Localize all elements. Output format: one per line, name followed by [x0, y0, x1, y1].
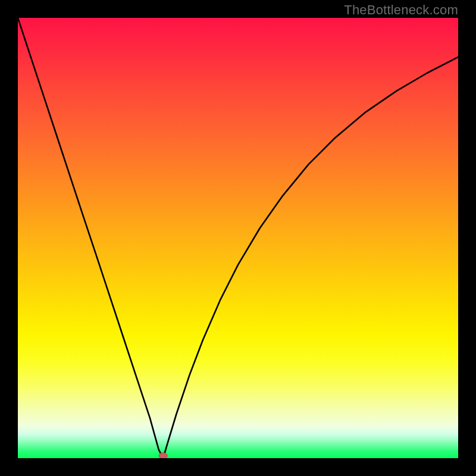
- plot-area: [18, 18, 458, 458]
- optimum-marker: [159, 453, 167, 458]
- chart-svg: [18, 18, 458, 458]
- watermark-text: TheBottleneck.com: [344, 2, 458, 18]
- bottleneck-curve: [18, 18, 458, 458]
